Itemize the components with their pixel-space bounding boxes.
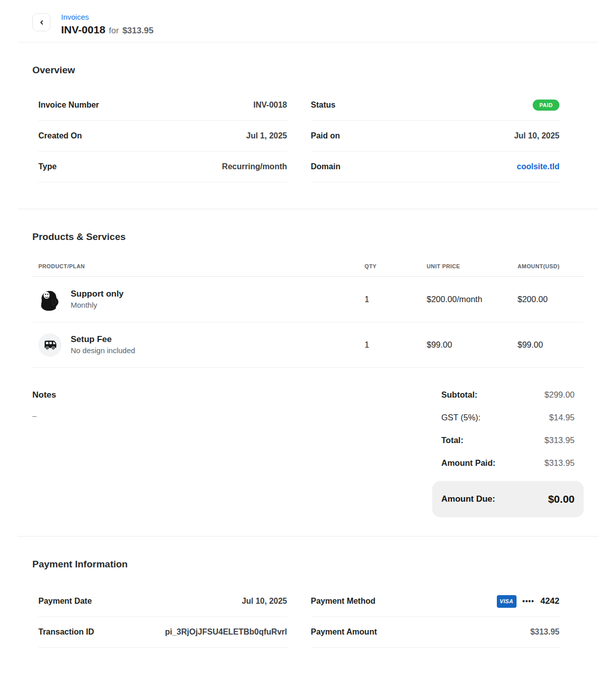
transaction-id-row: Transaction ID pi_3RjOjJFSU4ELETBb0qfuRv… xyxy=(38,617,287,648)
total-value: $313.95 xyxy=(544,436,575,445)
product-amount: $200.00 xyxy=(518,295,584,304)
col-unit-price: UNIT PRICE xyxy=(427,263,518,269)
gst-label: GST (5%): xyxy=(441,413,481,422)
product-qty: 1 xyxy=(365,340,427,350)
type-label: Type xyxy=(38,162,57,171)
products-section-title: Products & Services xyxy=(0,231,616,243)
overview-row-domain: Domain coolsite.tld xyxy=(311,152,560,182)
notes-content: – xyxy=(32,411,56,420)
overview-grid: Invoice Number INV-0018 Created On Jul 1… xyxy=(0,90,616,182)
payment-date-value: Jul 10, 2025 xyxy=(242,597,287,606)
created-on-label: Created On xyxy=(38,131,82,140)
page-header: Invoices INV-0018 for $313.95 xyxy=(0,0,616,42)
subtotal-label: Subtotal: xyxy=(441,390,478,400)
total-row: Total: $313.95 xyxy=(432,436,584,445)
visa-icon: VISA xyxy=(497,595,517,608)
amount-due-label: Amount Due: xyxy=(441,494,495,504)
notes-totals-section: Notes – Subtotal: $299.00 GST (5%): $14.… xyxy=(0,390,616,517)
overview-row-created-on: Created On Jul 1, 2025 xyxy=(38,121,287,152)
totals-block: Subtotal: $299.00 GST (5%): $14.95 Total… xyxy=(432,390,584,517)
gst-value: $14.95 xyxy=(549,413,575,422)
chevron-left-icon xyxy=(38,19,45,26)
payment-date-row: Payment Date Jul 10, 2025 xyxy=(38,586,287,617)
page-title: INV-0018 xyxy=(61,24,106,36)
bus-icon xyxy=(38,333,62,357)
overview-row-type: Type Recurring/month xyxy=(38,152,287,182)
product-unit-price: $99.00 xyxy=(427,340,518,350)
table-row: Support only Monthly 1 $200.00/month $20… xyxy=(32,277,584,322)
overview-row-paid-on: Paid on Jul 10, 2025 xyxy=(311,121,560,152)
transaction-id-label: Transaction ID xyxy=(38,627,94,637)
total-label: Total: xyxy=(441,436,464,445)
status-label: Status xyxy=(311,101,336,110)
col-amount: AMOUNT(USD) xyxy=(518,263,584,269)
subtotal-value: $299.00 xyxy=(544,390,575,400)
products-table: PRODUCT/PLAN QTY UNIT PRICE AMOUNT(USD) … xyxy=(0,256,616,368)
notes-block: Notes – xyxy=(32,390,56,420)
amount-paid-label: Amount Paid: xyxy=(441,458,495,468)
gst-row: GST (5%): $14.95 xyxy=(432,413,584,422)
back-button[interactable] xyxy=(32,13,50,31)
overview-row-invoice-number: Invoice Number INV-0018 xyxy=(38,90,287,121)
product-name: Support only xyxy=(71,288,124,300)
section-divider xyxy=(18,209,598,209)
header-divider xyxy=(18,42,598,42)
invoice-number-label: Invoice Number xyxy=(38,101,99,110)
page-subtitle-amount: $313.95 xyxy=(122,26,153,36)
col-qty: QTY xyxy=(365,263,427,269)
product-amount: $99.00 xyxy=(518,340,584,350)
card-masked-dots: •••• xyxy=(523,597,535,605)
payment-section-title: Payment Information xyxy=(0,559,616,570)
domain-label: Domain xyxy=(311,162,341,171)
payment-date-label: Payment Date xyxy=(38,597,92,606)
products-table-header: PRODUCT/PLAN QTY UNIT PRICE AMOUNT(USD) xyxy=(32,256,584,277)
payment-amount-label: Payment Amount xyxy=(311,627,377,637)
transaction-id-value: pi_3RjOjJFSU4ELETBb0qfuRvrl xyxy=(165,627,287,637)
payment-method-label: Payment Method xyxy=(311,597,376,606)
amount-paid-value: $313.95 xyxy=(544,458,575,468)
amount-paid-row: Amount Paid: $313.95 xyxy=(432,458,584,468)
product-subtitle: Monthly xyxy=(71,300,124,311)
page-subtitle-for: for xyxy=(109,26,119,36)
paid-on-label: Paid on xyxy=(311,131,340,140)
section-divider xyxy=(18,536,598,537)
table-row: Setup Fee No design included 1 $99.00 $9… xyxy=(32,322,584,368)
product-unit-price: $200.00/month xyxy=(427,295,518,304)
card-last4: 4242 xyxy=(540,596,559,606)
overview-section-title: Overview xyxy=(0,65,616,76)
domain-link[interactable]: coolsite.tld xyxy=(517,162,559,171)
created-on-value: Jul 1, 2025 xyxy=(246,131,287,140)
product-subtitle: No design included xyxy=(71,345,135,356)
type-value: Recurring/month xyxy=(222,162,287,171)
overview-row-status: Status PAID xyxy=(311,90,560,121)
payment-amount-value: $313.95 xyxy=(530,627,559,637)
breadcrumb[interactable]: Invoices xyxy=(61,12,153,22)
amount-due-value: $0.00 xyxy=(548,493,575,505)
status-badge: PAID xyxy=(533,100,559,111)
product-qty: 1 xyxy=(365,295,427,304)
payment-grid: Payment Date Jul 10, 2025 Transaction ID… xyxy=(0,586,616,648)
gorilla-icon xyxy=(38,288,62,311)
amount-due-box: Amount Due: $0.00 xyxy=(432,481,584,517)
notes-title: Notes xyxy=(32,390,56,400)
payment-amount-row: Payment Amount $313.95 xyxy=(311,617,560,648)
subtotal-row: Subtotal: $299.00 xyxy=(432,390,584,400)
header-title-block: Invoices INV-0018 for $313.95 xyxy=(61,12,153,36)
invoice-number-value: INV-0018 xyxy=(253,101,287,110)
payment-method-row: Payment Method VISA •••• 4242 xyxy=(311,586,560,617)
col-product-plan: PRODUCT/PLAN xyxy=(38,263,365,269)
paid-on-value: Jul 10, 2025 xyxy=(514,131,559,140)
product-name: Setup Fee xyxy=(71,333,135,345)
